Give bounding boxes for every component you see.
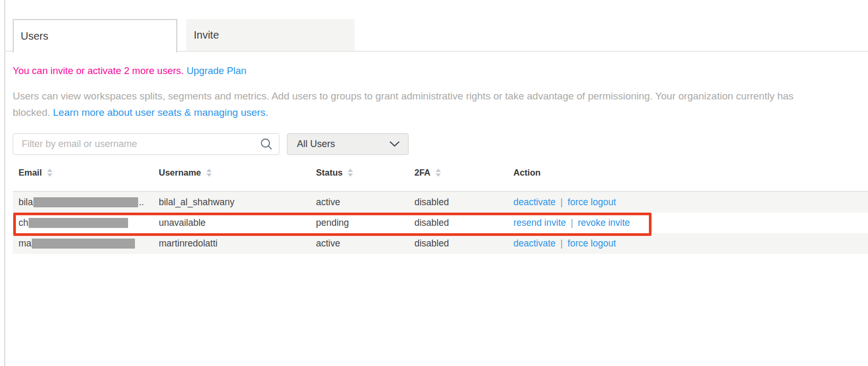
column-header-username[interactable]: Username <box>159 168 212 178</box>
action-cell: resend invite|revoke invite <box>513 213 630 233</box>
column-header-label: Username <box>159 168 201 178</box>
upgrade-plan-link[interactable]: Upgrade Plan <box>186 65 246 76</box>
column-header-2fa[interactable]: 2FA <box>414 168 441 178</box>
force-logout-link[interactable]: force logout <box>567 197 616 208</box>
email-cell: bila.. <box>19 192 144 213</box>
chevron-down-icon <box>390 141 400 147</box>
resend-invite-link[interactable]: resend invite <box>513 217 566 228</box>
deactivate-link[interactable]: deactivate <box>513 238 556 249</box>
email-redaction-bar <box>29 218 128 228</box>
description: Users can view workspaces splits, segmen… <box>13 88 793 121</box>
twofa-cell: disabled <box>414 192 449 213</box>
column-header-email[interactable]: Email <box>19 168 52 178</box>
revoke-invite-link[interactable]: revoke invite <box>578 217 630 228</box>
seat-limit-message: You can invite or activate 2 more users. <box>13 65 184 76</box>
email-prefix: ch <box>19 217 28 228</box>
force-logout-link[interactable]: force logout <box>567 238 616 249</box>
username-cell: unavailable <box>159 213 206 233</box>
table-row: chunavailablependingdisabledresend invit… <box>13 213 868 233</box>
description-line1: Users can view workspaces splits, segmen… <box>13 88 793 104</box>
twofa-cell: disabled <box>414 233 449 254</box>
status-cell: active <box>316 233 340 254</box>
tab-users-label: Users <box>21 30 48 42</box>
table-row: bila..bilal_al_shahwanyactivedisableddea… <box>13 192 868 213</box>
column-header-label: Action <box>513 168 540 178</box>
filter-input-container <box>13 133 279 155</box>
tab-users[interactable]: Users <box>13 19 177 52</box>
email-cell: ma <box>19 233 135 254</box>
twofa-cell: disabled <box>414 213 449 233</box>
email-cell: ch <box>19 213 129 233</box>
action-cell: deactivate|force logout <box>513 233 616 254</box>
tab-invite-label: Invite <box>194 29 219 41</box>
column-header-label: Email <box>19 168 42 178</box>
description-line2-text: blocked. <box>13 107 53 118</box>
action-cell: deactivate|force logout <box>513 192 616 213</box>
action-separator: | <box>571 217 573 228</box>
username-cell: martinredolatti <box>159 233 218 254</box>
column-header-label: 2FA <box>414 168 430 178</box>
column-header-action: Action <box>513 168 540 178</box>
seat-limit-notice: You can invite or activate 2 more users.… <box>13 65 247 77</box>
email-redaction-bar <box>32 239 135 249</box>
action-separator: | <box>560 238 563 249</box>
status-cell: pending <box>316 213 349 233</box>
column-header-label: Status <box>316 168 342 178</box>
sort-arrows-icon[interactable] <box>206 169 212 177</box>
panel-left-border <box>4 0 5 366</box>
action-separator: | <box>560 197 563 208</box>
filter-input[interactable] <box>13 133 279 155</box>
email-ellipsis: .. <box>139 197 144 208</box>
sort-arrows-icon[interactable] <box>47 169 52 177</box>
sort-arrows-icon[interactable] <box>436 169 441 177</box>
table-header: EmailUsernameStatus2FAAction <box>13 168 868 179</box>
email-prefix: bila <box>19 197 33 208</box>
learn-more-link[interactable]: Learn more about user seats & managing u… <box>53 107 268 118</box>
search-icon <box>260 138 273 150</box>
dropdown-selected-label: All Users <box>297 139 390 150</box>
users-table-body: bila..bilal_al_shahwanyactivedisableddea… <box>13 192 868 254</box>
description-line2: blocked. Learn more about user seats & m… <box>13 104 793 121</box>
table-row: mamartinredolattiactivedisableddeactivat… <box>13 233 868 254</box>
email-redaction-bar <box>33 197 138 207</box>
tab-invite[interactable]: Invite <box>186 19 355 51</box>
column-header-status[interactable]: Status <box>316 168 353 178</box>
username-cell: bilal_al_shahwany <box>159 192 234 213</box>
deactivate-link[interactable]: deactivate <box>513 197 556 208</box>
status-cell: active <box>316 192 340 213</box>
email-prefix: ma <box>19 238 31 249</box>
sort-arrows-icon[interactable] <box>348 169 353 177</box>
user-filter-dropdown[interactable]: All Users <box>287 133 409 155</box>
